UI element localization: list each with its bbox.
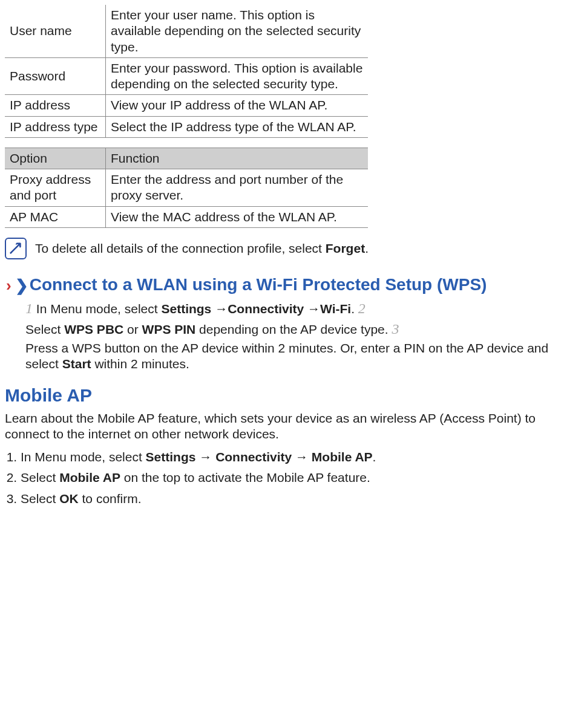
options-table-2: Option Function Proxy address and port E… — [5, 148, 368, 228]
note-text-post: . — [365, 241, 369, 255]
text: to confirm. — [79, 492, 142, 505]
arrow: → — [195, 450, 215, 464]
function-cell: Enter your user name. This option is ava… — [106, 5, 369, 57]
text: . — [351, 302, 358, 316]
arrow: → — [292, 450, 312, 464]
bold-connectivity: Connectivity — [215, 450, 292, 464]
arrow: → — [211, 302, 228, 316]
wps-heading: ›❯Connect to a WLAN using a Wi-Fi Protec… — [5, 274, 558, 296]
text: Select — [25, 322, 64, 336]
bold-connectivity: Connectivity — [228, 302, 304, 316]
bold-mobile-ap: Mobile AP — [312, 450, 373, 464]
step-number: 3 — [392, 321, 399, 337]
list-item: In Menu mode, select Settings → Connecti… — [21, 447, 558, 467]
note-text-pre: To delete all details of the connection … — [35, 241, 326, 255]
option-cell: IP address type — [5, 116, 106, 137]
option-cell: IP address — [5, 95, 106, 116]
text: within 2 minutes. — [91, 357, 189, 371]
step-number: 1 — [25, 301, 33, 316]
chevron-right-icon: › — [6, 276, 11, 294]
header-option: Option — [5, 148, 106, 169]
bold-mobile-ap: Mobile AP — [59, 470, 120, 484]
text: In Menu mode, select — [33, 302, 161, 316]
function-cell: Select the IP address type of the WLAN A… — [106, 116, 369, 137]
note-icon — [5, 238, 27, 259]
text: Select — [21, 470, 59, 484]
mobile-ap-intro: Learn about the Mobile AP feature, which… — [5, 411, 558, 443]
function-cell: Enter the address and port number of the… — [106, 169, 369, 207]
table-row: IP address View your IP address of the W… — [5, 95, 368, 116]
bold-wps-pin: WPS PIN — [142, 322, 196, 336]
note-bold: Forget — [326, 241, 365, 255]
wps-step-line: 1 In Menu mode, select Settings →Connect… — [25, 299, 558, 317]
note-callout: To delete all details of the connection … — [5, 238, 558, 259]
arrow: → — [304, 302, 320, 316]
chevron-right-bold-icon: ❯ — [15, 276, 28, 294]
wps-heading-text: Connect to a WLAN using a Wi-Fi Protecte… — [30, 275, 487, 294]
list-item: Select Mobile AP on the top to activate … — [21, 467, 558, 488]
bold-wifi: Wi-Fi — [320, 302, 351, 316]
bold-ok: OK — [59, 492, 79, 505]
step-number: 2 — [358, 301, 366, 316]
bold-wps-pbc: WPS PBC — [64, 322, 123, 336]
list-item: Select OK to confirm. — [21, 489, 558, 509]
table-row: Password Enter your password. This optio… — [5, 57, 368, 95]
table-row: AP MAC View the MAC address of the WLAN … — [5, 206, 368, 227]
table-row: IP address type Select the IP address ty… — [5, 116, 368, 137]
table-row: Proxy address and port Enter the address… — [5, 169, 368, 207]
text: In Menu mode, select — [21, 450, 146, 464]
table-header-row: Option Function — [5, 148, 368, 169]
options-table-1: User name Enter your user name. This opt… — [5, 5, 368, 138]
option-cell: Password — [5, 57, 106, 95]
function-cell: View the MAC address of the WLAN AP. — [106, 206, 369, 227]
function-cell: View your IP address of the WLAN AP. — [106, 95, 369, 116]
table-row: User name Enter your user name. This opt… — [5, 5, 368, 57]
mobile-ap-steps: In Menu mode, select Settings → Connecti… — [5, 447, 558, 509]
text: . — [373, 450, 376, 464]
option-cell: Proxy address and port — [5, 169, 106, 207]
bold-start: Start — [62, 357, 91, 371]
bold-settings: Settings — [146, 450, 196, 464]
text: depending on the AP device type. — [195, 322, 392, 336]
mobile-ap-heading: Mobile AP — [5, 384, 558, 407]
wps-step-line: Select WPS PBC or WPS PIN depending on t… — [25, 320, 558, 338]
header-function: Function — [106, 148, 369, 169]
text: or — [123, 322, 142, 336]
note-text: To delete all details of the connection … — [35, 241, 369, 256]
function-cell: Enter your password. This option is avai… — [106, 57, 369, 95]
text: on the top to activate the Mobile AP fea… — [120, 470, 370, 484]
text: Select — [21, 492, 59, 505]
wps-steps: 1 In Menu mode, select Settings →Connect… — [25, 299, 558, 372]
option-cell: User name — [5, 5, 106, 57]
bold-settings: Settings — [161, 302, 211, 316]
option-cell: AP MAC — [5, 206, 106, 227]
wps-step-line: Press a WPS button on the AP device with… — [25, 340, 558, 372]
